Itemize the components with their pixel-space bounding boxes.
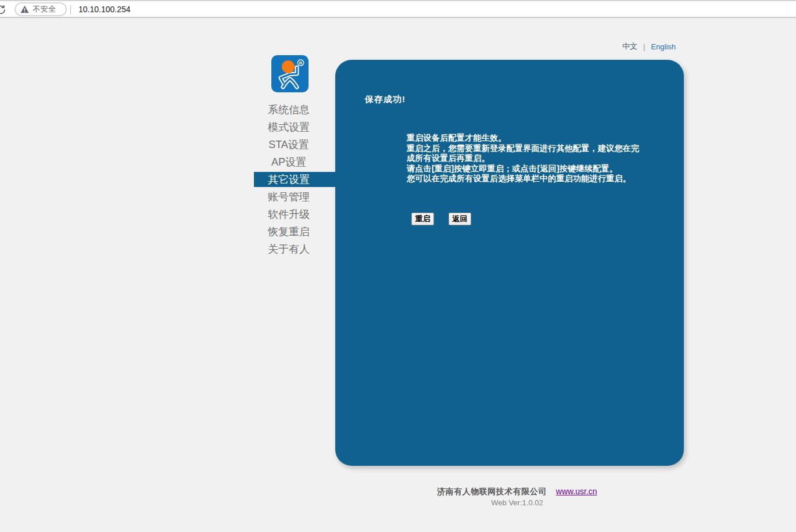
sidebar-item-firmware-upgrade[interactable]: 软件升级 — [248, 206, 329, 223]
sidebar-item-system-info[interactable]: 系统信息 — [248, 101, 329, 118]
browser-address-bar: 不安全 10.10.100.254 — [0, 0, 796, 18]
message-line: 成所有设置后再重启。 — [407, 153, 628, 164]
sidebar-item-restore-reboot[interactable]: 恢复重启 — [248, 223, 329, 240]
usr-logo: R — [271, 55, 309, 92]
message-line: 重启设备后配置才能生效。 — [407, 133, 628, 143]
logo-head — [282, 60, 295, 73]
restart-button[interactable]: 重启 — [411, 213, 434, 225]
content-panel: 保存成功! 重启设备后配置才能生效。 重启之后，您需要重新登录配置界面进行其他配… — [335, 60, 684, 466]
address-separator — [70, 5, 71, 15]
footer-company-name: 济南有人物联网技术有限公司 — [437, 487, 547, 497]
reload-icon[interactable] — [0, 4, 6, 15]
warning-triangle-icon — [20, 5, 29, 13]
message-line: 您可以在完成所有设置后选择菜单栏中的重启功能进行重启。 — [407, 174, 628, 184]
back-button[interactable]: 返回 — [449, 213, 471, 225]
url-text[interactable]: 10.10.100.254 — [78, 5, 131, 14]
save-success-title: 保存成功! — [365, 94, 406, 105]
sidebar-item-ap-settings[interactable]: AP设置 — [248, 153, 329, 171]
sidebar-item-account-mgmt[interactable]: 账号管理 — [248, 188, 329, 206]
restart-message: 重启设备后配置才能生效。 重启之后，您需要重新登录配置界面进行其他配置，建议您在… — [407, 133, 628, 184]
sidebar-item-about-usr[interactable]: 关于有人 — [248, 240, 329, 258]
language-switcher: 中文 | English — [622, 41, 676, 52]
message-line: 重启之后，您需要重新登录配置界面进行其他配置，建议您在完 — [407, 143, 628, 154]
panel-buttons: 重启 返回 — [411, 213, 471, 225]
security-chip[interactable]: 不安全 — [15, 2, 67, 16]
language-divider: | — [643, 42, 645, 51]
footer-web-version: Web Ver:1.0.02 — [343, 498, 691, 507]
security-chip-label: 不安全 — [33, 4, 56, 15]
screen: 不安全 10.10.100.254 中文 | English R — [0, 0, 796, 532]
footer: 济南有人物联网技术有限公司 www.usr.cn Web Ver:1.0.02 — [343, 487, 691, 507]
sidebar-item-mode-settings[interactable]: 模式设置 — [248, 118, 329, 136]
sidebar-item-sta-settings[interactable]: STA设置 — [248, 136, 329, 153]
message-line: 请点击[重启]按键立即重启；或点击[返回]按键继续配置。 — [407, 164, 628, 174]
sidebar-menu: 系统信息 模式设置 STA设置 AP设置 其它设置 账号管理 软件升级 恢复重启… — [248, 101, 329, 258]
language-link-chinese[interactable]: 中文 — [622, 41, 637, 52]
language-link-english[interactable]: English — [651, 42, 676, 51]
svg-text:R: R — [299, 60, 303, 66]
footer-website-link[interactable]: www.usr.cn — [556, 487, 597, 496]
sidebar-item-other-settings[interactable]: 其它设置 — [248, 171, 329, 188]
